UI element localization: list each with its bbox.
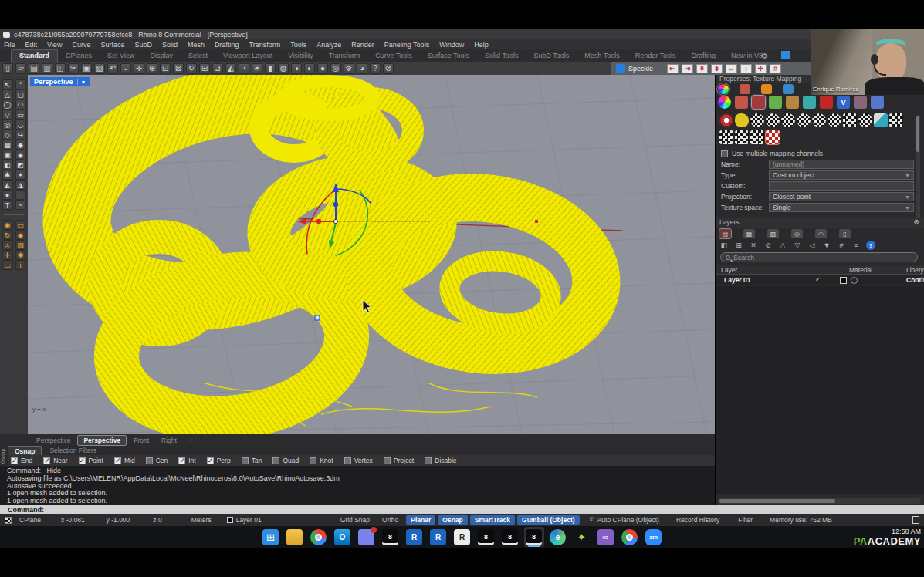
layers-tab-icon[interactable]: ◎ [791,229,803,238]
texture-mapping-icon[interactable] [797,113,811,127]
checkbox[interactable] [721,150,728,157]
checkbox[interactable] [146,457,153,464]
tool-icon[interactable]: ◌ [15,190,26,200]
toolbar-tab[interactable]: Set View [100,50,142,62]
osnap-tab[interactable]: Osnap [8,446,42,455]
toolbar-icon[interactable]: ◍ [278,63,289,74]
layers-tab-icon[interactable]: ▯ [839,229,851,238]
texture-mapping-icon[interactable] [858,113,872,127]
toolbar-tab[interactable]: Render Tools [628,50,684,62]
toolbar-icon[interactable]: ↶ [107,63,118,74]
tool-icon[interactable]: ▣ [2,150,13,160]
menu-item[interactable]: Render [351,41,374,49]
toolbar-icon[interactable]: ◔ [239,63,249,74]
properties-page-icon[interactable]: V [837,96,850,109]
layer-color-swatch[interactable] [840,277,847,284]
speckle-button[interactable]: Speckle [616,64,653,73]
tool-icon[interactable]: ◡ [15,120,26,130]
toolbar-icon[interactable]: ▮ [265,63,276,74]
osnap-checkbox[interactable]: Cen [146,457,168,464]
layer-material-icon[interactable] [851,277,858,284]
toggle-grid-snap[interactable]: Grid Snap [336,515,374,525]
command-prompt[interactable]: Command: [0,505,924,514]
toolbar-icon[interactable]: ◕ [357,63,367,74]
checkbox[interactable] [425,457,432,464]
osnap-checkbox[interactable]: Project [384,457,414,464]
viewport-tab[interactable]: Front [128,436,154,445]
paneling-tool-icon[interactable]: ◬ [2,240,13,250]
texture-mapping-icon[interactable] [874,113,888,127]
toolbar-tab[interactable]: CPlanes [58,50,100,62]
properties-page-icon[interactable] [854,96,867,109]
record-history-toggle[interactable]: Record History [676,516,719,524]
osnap-checkbox[interactable]: Perp [207,457,231,464]
toolbar-icon[interactable]: ▣ [81,63,92,74]
tool-icon[interactable]: ✶ [15,170,26,180]
menu-item[interactable]: Tools [290,41,306,49]
tool-icon[interactable]: ~ [15,200,26,210]
toolbar-icon[interactable]: ▱ [15,63,26,74]
osnap-checkbox[interactable]: Near [43,457,67,464]
properties-page-icon[interactable] [786,96,799,109]
align-icon[interactable]: ⇟ [711,64,723,73]
toolbar-icon[interactable]: ⊘ [383,63,394,74]
toolbar-icon[interactable]: ◑ [291,63,302,74]
taskbar-app[interactable] [285,527,305,547]
osnap-checkbox[interactable]: Disable [425,457,456,464]
tool-icon[interactable]: ● [2,190,13,200]
layers-tab-icon[interactable]: ▧ [767,229,779,238]
tool-icon[interactable]: ▢ [15,89,26,100]
layers-toolbar-icon[interactable]: ▼ [822,241,831,250]
toolbar-icon[interactable]: ◭ [225,63,236,74]
name-field[interactable] [769,160,914,169]
taskbar-app[interactable]: R [452,527,472,547]
viewport-tab[interactable]: Perspective [77,435,127,446]
tool-icon[interactable]: ▭ [15,110,26,120]
toggle-planar[interactable]: Planar [406,515,435,525]
texture-mapping-icon[interactable] [719,113,733,127]
filter-menu[interactable]: Filter [738,516,753,524]
texture-mapping-icon[interactable] [781,113,795,127]
layers-toolbar-icon[interactable]: △ [778,241,787,250]
menu-item[interactable]: Surface [100,41,124,49]
tool-icon[interactable]: ▽ [2,110,13,120]
auto-cplane-menu[interactable]: Auto CPlane (Object) [597,516,659,524]
viewport-canvas[interactable]: Perspective ▼ y ⌐ x [28,75,715,434]
tool-icon[interactable]: ◈ [15,150,26,160]
panel-tab-icon[interactable] [718,84,729,94]
paneling-tool-icon[interactable]: ▨ [15,240,26,250]
units-menu[interactable]: Meters [191,516,212,524]
checkbox[interactable] [178,457,185,464]
paneling-tool-icon[interactable]: ✱ [15,250,26,260]
gear-icon[interactable]: ⚙ [913,218,924,228]
taskbar-app[interactable]: R [404,527,425,547]
checkbox[interactable] [344,457,351,464]
taskbar-app[interactable]: 8 [381,527,401,547]
toolbar-tab[interactable]: Display [142,50,181,62]
properties-page-icon[interactable] [718,96,731,109]
tool-icon[interactable]: △ [2,89,13,100]
toolbar-icon[interactable]: ↻ [186,63,197,74]
menu-item[interactable]: Solid [162,41,178,49]
checkbox[interactable] [310,457,316,464]
scrollbar-vertical[interactable] [916,115,920,223]
menu-item[interactable]: Drafting [215,41,239,49]
checkbox[interactable] [79,457,86,464]
osnap-tab[interactable]: Selection Filters [43,446,102,455]
properties-page-icon[interactable] [752,96,765,109]
taskbar-app[interactable]: 8 [524,527,544,547]
toolbar-tab[interactable]: Curve Tools [367,50,419,62]
texture-mapping-icon[interactable] [766,113,780,127]
toggle-osnap[interactable]: Osnap [438,515,467,525]
tool-icon[interactable]: ◎ [2,120,13,130]
layers-toolbar-icon[interactable]: ⊘ [763,241,773,250]
cplane-icon[interactable] [5,517,12,524]
toolbar-icon[interactable]: ◐ [304,63,315,74]
align-icon[interactable]: ⇞ [696,64,708,73]
toolbar-icon[interactable]: ▧ [94,63,105,74]
paneling-tool-icon[interactable]: i [15,260,26,270]
toolbar-tab[interactable]: Drafting [684,50,724,62]
osnap-checkbox[interactable]: Knot [310,457,333,464]
toolbar-icon[interactable]: ▥ [42,63,52,74]
toolbar-tab[interactable]: Transform [321,50,368,62]
